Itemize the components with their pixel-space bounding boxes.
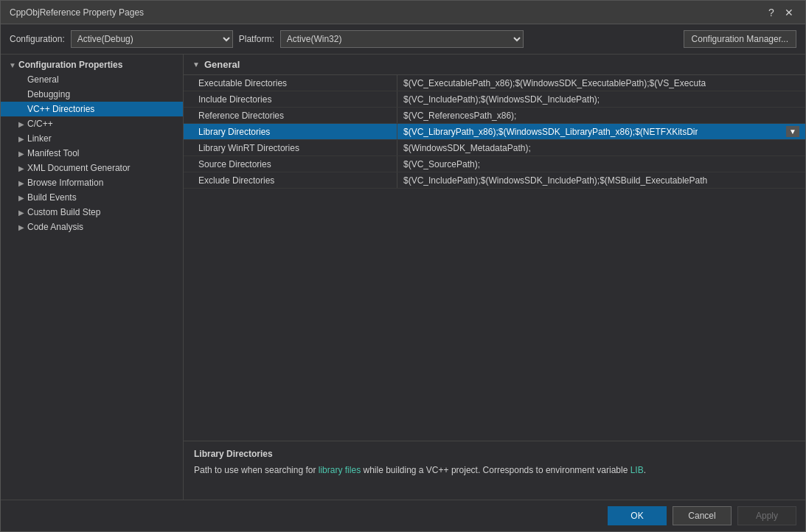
- sidebar-item-browse-info[interactable]: ▶Browse Information: [1, 175, 183, 190]
- prop-value-wrap-library-dirs: $(VC_LibraryPath_x86);$(WindowsSDK_Libra…: [397, 124, 805, 139]
- sidebar-label-debugging: Debugging: [27, 89, 70, 99]
- expand-icon-cpp: ▶: [15, 120, 27, 128]
- prop-name-library-winrt-dirs: Library WinRT Directories: [184, 140, 397, 155]
- sidebar-label-code-analysis: Code Analysis: [27, 222, 83, 232]
- prop-name-source-dirs: Source Directories: [184, 156, 397, 172]
- dialog-title: CppObjReference Property Pages: [10, 7, 144, 18]
- sidebar-item-vcpp-dirs[interactable]: VC++ Directories: [1, 102, 183, 116]
- prop-name-include-dirs: Include Directories: [184, 91, 397, 107]
- section-expand-icon: ▼: [192, 60, 200, 69]
- props-header: ▼ General: [184, 55, 805, 75]
- prop-value-wrap-executable-dirs: $(VC_ExecutablePath_x86);$(WindowsSDK_Ex…: [397, 75, 805, 91]
- info-highlight-2: LIB: [630, 465, 644, 475]
- sidebar-label-vcpp-dirs: VC++ Directories: [27, 104, 94, 114]
- prop-rows: Executable Directories$(VC_ExecutablePat…: [184, 75, 805, 189]
- configuration-select[interactable]: Active(Debug): [71, 30, 233, 48]
- footer: OK Cancel Apply: [1, 500, 805, 531]
- prop-row-include-dirs[interactable]: Include Directories$(VC_IncludePath);$(W…: [184, 91, 805, 108]
- expand-icon-xml-doc-gen: ▶: [15, 164, 27, 172]
- prop-value-include-dirs: $(VC_IncludePath);$(WindowsSDK_IncludePa…: [403, 94, 600, 105]
- toolbar: Configuration: Active(Debug) Platform: A…: [1, 24, 805, 55]
- main-content: ▼ Configuration Properties GeneralDebugg…: [1, 55, 805, 500]
- sidebar-item-build-events[interactable]: ▶Build Events: [1, 190, 183, 205]
- cancel-button[interactable]: Cancel: [673, 506, 732, 525]
- config-manager-button[interactable]: Configuration Manager...: [684, 30, 796, 48]
- root-expand-icon: ▼: [7, 61, 18, 69]
- sidebar-label-custom-build-step: Custom Build Step: [27, 207, 100, 217]
- prop-value-executable-dirs: $(VC_ExecutablePath_x86);$(WindowsSDK_Ex…: [403, 78, 706, 88]
- info-highlight-1: library files: [319, 465, 361, 475]
- info-area: Library Directories Path to use when sea…: [184, 441, 805, 500]
- prop-value-wrap-library-winrt-dirs: $(WindowsSDK_MetadataPath);: [397, 140, 805, 155]
- expand-icon-browse-info: ▶: [15, 179, 27, 187]
- prop-value-reference-dirs: $(VC_ReferencesPath_x86);: [403, 111, 516, 121]
- prop-value-library-dirs: $(VC_LibraryPath_x86);$(WindowsSDK_Libra…: [403, 127, 698, 137]
- prop-row-source-dirs[interactable]: Source Directories$(VC_SourcePath);: [184, 156, 805, 172]
- prop-row-exclude-dirs[interactable]: Exclude Directories$(VC_IncludePath);$(W…: [184, 172, 805, 189]
- sidebar-label-general: General: [27, 74, 59, 85]
- platform-label: Platform:: [239, 34, 274, 44]
- help-button[interactable]: ?: [764, 5, 779, 20]
- platform-select[interactable]: Active(Win32): [280, 30, 524, 48]
- expand-icon-build-events: ▶: [15, 194, 27, 202]
- prop-name-reference-dirs: Reference Directories: [184, 108, 397, 123]
- sidebar-label-manifest-tool: Manifest Tool: [27, 148, 79, 158]
- sidebar-label-build-events: Build Events: [27, 192, 77, 203]
- ok-button[interactable]: OK: [608, 506, 667, 525]
- sidebar-label-browse-info: Browse Information: [27, 178, 103, 188]
- prop-name-executable-dirs: Executable Directories: [184, 75, 397, 91]
- props-section-label: General: [204, 59, 240, 70]
- title-controls: ? ✕: [764, 5, 796, 20]
- tree-root-label: Configuration Properties: [18, 60, 122, 70]
- sidebar-item-linker[interactable]: ▶Linker: [1, 131, 183, 146]
- sidebar-label-linker: Linker: [27, 133, 52, 144]
- prop-value-source-dirs: $(VC_SourcePath);: [403, 159, 480, 169]
- prop-row-reference-dirs[interactable]: Reference Directories$(VC_ReferencesPath…: [184, 108, 805, 124]
- sidebar-label-xml-doc-gen: XML Document Generator: [27, 163, 131, 173]
- prop-value-library-winrt-dirs: $(WindowsSDK_MetadataPath);: [403, 143, 531, 153]
- prop-value-wrap-exclude-dirs: $(VC_IncludePath);$(WindowsSDK_IncludePa…: [397, 172, 805, 188]
- props-table: Executable Directories$(VC_ExecutablePat…: [184, 75, 805, 441]
- property-pages-dialog: CppObjReference Property Pages ? ✕ Confi…: [0, 0, 806, 532]
- prop-name-exclude-dirs: Exclude Directories: [184, 172, 397, 188]
- tree-root[interactable]: ▼ Configuration Properties: [1, 57, 183, 72]
- close-button[interactable]: ✕: [782, 5, 796, 20]
- prop-row-library-winrt-dirs[interactable]: Library WinRT Directories$(WindowsSDK_Me…: [184, 140, 805, 156]
- prop-name-library-dirs: Library Directories: [184, 124, 397, 139]
- sidebar-item-cpp[interactable]: ▶C/C++: [1, 116, 183, 131]
- tree-items: GeneralDebuggingVC++ Directories▶C/C++▶L…: [1, 72, 183, 234]
- properties-area: ▼ General Executable Directories$(VC_Exe…: [184, 55, 805, 441]
- sidebar-item-custom-build-step[interactable]: ▶Custom Build Step: [1, 205, 183, 220]
- sidebar-item-manifest-tool[interactable]: ▶Manifest Tool: [1, 146, 183, 161]
- dropdown-arrow-library-dirs[interactable]: ▼: [786, 126, 799, 137]
- prop-value-wrap-include-dirs: $(VC_IncludePath);$(WindowsSDK_IncludePa…: [397, 91, 805, 107]
- prop-row-executable-dirs[interactable]: Executable Directories$(VC_ExecutablePat…: [184, 75, 805, 91]
- title-bar: CppObjReference Property Pages ? ✕: [1, 1, 805, 24]
- info-title: Library Directories: [194, 449, 795, 459]
- expand-icon-manifest-tool: ▶: [15, 150, 27, 158]
- expand-icon-linker: ▶: [15, 135, 27, 143]
- right-panel: ▼ General Executable Directories$(VC_Exe…: [184, 55, 805, 500]
- info-description: Path to use when searching for library f…: [194, 463, 795, 477]
- prop-value-wrap-source-dirs: $(VC_SourcePath);: [397, 156, 805, 172]
- prop-value-exclude-dirs: $(VC_IncludePath);$(WindowsSDK_IncludePa…: [403, 175, 707, 186]
- left-panel: ▼ Configuration Properties GeneralDebugg…: [1, 55, 184, 500]
- expand-icon-code-analysis: ▶: [15, 223, 27, 231]
- expand-icon-custom-build-step: ▶: [15, 209, 27, 217]
- sidebar-item-xml-doc-gen[interactable]: ▶XML Document Generator: [1, 161, 183, 175]
- apply-button[interactable]: Apply: [737, 506, 796, 525]
- sidebar-label-cpp: C/C++: [27, 119, 53, 129]
- config-label: Configuration:: [10, 34, 65, 44]
- prop-value-wrap-reference-dirs: $(VC_ReferencesPath_x86);: [397, 108, 805, 123]
- sidebar-item-debugging[interactable]: Debugging: [1, 87, 183, 102]
- prop-row-library-dirs[interactable]: Library Directories$(VC_LibraryPath_x86)…: [184, 124, 805, 140]
- sidebar-item-code-analysis[interactable]: ▶Code Analysis: [1, 220, 183, 234]
- sidebar-item-general[interactable]: General: [1, 72, 183, 87]
